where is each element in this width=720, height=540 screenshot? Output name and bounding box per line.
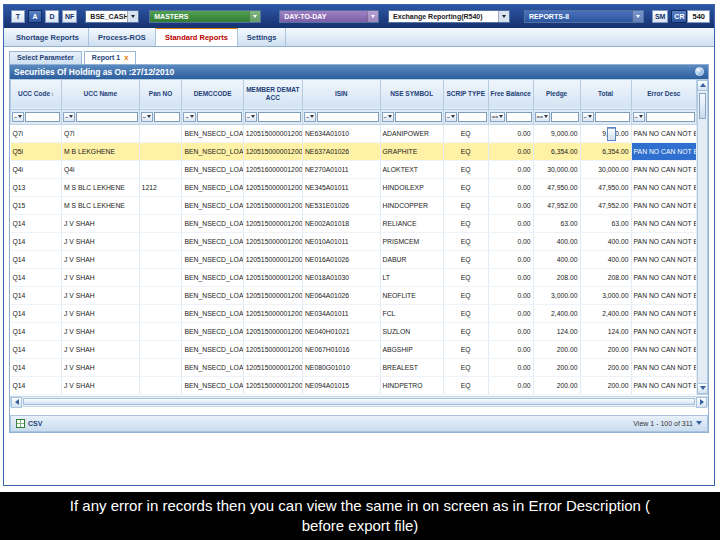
grid-cell[interactable] — [139, 250, 182, 268]
grid-cell[interactable]: NE016A01026 — [302, 250, 380, 268]
column-header[interactable]: Total — [580, 79, 631, 109]
grid-cell[interactable]: EQ — [443, 304, 488, 322]
grid-cell[interactable]: 1205150000012000 — [243, 142, 302, 160]
grid-cell[interactable]: Q14 — [11, 340, 62, 358]
grid-cell[interactable]: 3,000.00 — [533, 286, 580, 304]
grid-cell[interactable]: 124.00 — [580, 322, 631, 340]
grid-cell[interactable]: NE270A01011 — [302, 160, 380, 178]
grid-cell[interactable]: EQ — [443, 160, 488, 178]
grid-cell[interactable] — [139, 304, 182, 322]
grid-cell[interactable]: EQ — [443, 250, 488, 268]
grid-cell[interactable]: 1205150000012000 — [243, 340, 302, 358]
table-row[interactable]: Q14J V SHAHBEN_NSECD_LOAN120515000001200… — [11, 286, 697, 304]
grid-cell[interactable]: 3,000.00 — [580, 286, 631, 304]
grid-cell[interactable]: 400.00 — [533, 232, 580, 250]
grid-cell[interactable]: 1212 — [139, 178, 182, 196]
grid-cell[interactable]: 1205150000012000 — [243, 376, 302, 394]
grid-cell[interactable]: 0.00 — [488, 286, 533, 304]
grid-cell[interactable]: NE637A01026 — [302, 142, 380, 160]
grid-cell[interactable]: PAN NO CAN NOT BLANK — [631, 268, 696, 286]
filter-operator[interactable]: ~ — [304, 112, 316, 122]
filter-input[interactable] — [154, 112, 181, 122]
scroll-down-icon[interactable] — [697, 383, 708, 394]
table-row[interactable]: Q14J V SHAHBEN_NSECD_LOAN120515000001200… — [11, 250, 697, 268]
grid-cell[interactable]: 1205150000012000 — [243, 196, 302, 214]
grid-cell[interactable]: 1205150000012000 — [243, 124, 302, 142]
grid-cell[interactable] — [139, 268, 182, 286]
grid-cell[interactable]: NE040H01021 — [302, 322, 380, 340]
grid-cell[interactable]: PAN NO CAN NOT BLANK — [631, 358, 696, 376]
table-row[interactable]: Q14J V SHAHBEN_NSECD_LOAN120515000001200… — [11, 304, 697, 322]
grid-cell[interactable]: EQ — [443, 268, 488, 286]
grid-cell[interactable]: BEN_NSECD_LOAN — [182, 250, 243, 268]
grid-cell[interactable]: PAN NO CAN NOT BLANK — [631, 322, 696, 340]
vertical-scrollbar[interactable] — [697, 79, 708, 395]
column-header[interactable]: UCC Code↕ — [11, 79, 62, 109]
grid-cell[interactable]: NE002A01018 — [302, 214, 380, 232]
grid-cell[interactable]: BEN_NSECD_LOAN — [182, 340, 243, 358]
toolbar-button-a[interactable]: A — [28, 10, 42, 23]
filter-operator[interactable]: ~ — [183, 112, 195, 122]
grid-cell[interactable]: M S BLC LEKHENE — [62, 178, 140, 196]
grid-cell[interactable]: 400.00 — [580, 232, 631, 250]
grid-cell[interactable] — [139, 214, 182, 232]
scroll-right-icon[interactable] — [696, 397, 707, 408]
grid-cell[interactable]: PRISMCEM — [380, 232, 443, 250]
grid-cell[interactable]: 1205150000012000 — [243, 178, 302, 196]
scroll-up-icon[interactable] — [697, 80, 708, 91]
table-row[interactable]: Q14J V SHAHBEN_NSECD_LOAN120515000001200… — [11, 322, 697, 340]
grid-cell[interactable]: BEN_NSECD_LOAN — [182, 124, 243, 142]
grid-cell[interactable]: NE034A01011 — [302, 304, 380, 322]
close-icon[interactable]: x — [124, 54, 128, 62]
grid-cell[interactable]: BEN_NSECD_LOAN — [182, 142, 243, 160]
grid-cell[interactable]: J V SHAH — [62, 286, 140, 304]
grid-cell[interactable]: PAN NO CAN NOT BLANK — [631, 250, 696, 268]
table-row[interactable]: Q4iQ4iBEN_NSECD_LOAN1205160000012000NE27… — [11, 160, 697, 178]
grid-cell[interactable]: M S BLC LEKHENE — [62, 196, 140, 214]
reports-ii-dropdown[interactable]: REPORTS-II — [524, 10, 644, 23]
filter-operator[interactable]: ~ — [63, 112, 75, 122]
grid-cell[interactable]: BEN_NSECD_LOAN — [182, 214, 243, 232]
grid-cell[interactable]: 9,000.00 — [533, 124, 580, 142]
column-header[interactable]: DEMCCODE — [182, 79, 243, 109]
column-header[interactable]: Pledge — [533, 79, 580, 109]
filter-input[interactable] — [458, 112, 487, 122]
grid-cell[interactable]: 200.00 — [580, 340, 631, 358]
grid-cell[interactable]: 1205150000012000 — [243, 304, 302, 322]
grid-cell[interactable]: J V SHAH — [62, 358, 140, 376]
table-row[interactable]: Q14J V SHAHBEN_NSECD_LOAN120515000001200… — [11, 214, 697, 232]
grid-cell[interactable]: 0.00 — [488, 232, 533, 250]
filter-operator[interactable]: ~ — [382, 112, 394, 122]
filter-input[interactable] — [595, 112, 630, 122]
grid-cell[interactable]: LT — [380, 268, 443, 286]
grid-cell[interactable]: 2,400.00 — [533, 304, 580, 322]
grid-cell[interactable] — [139, 340, 182, 358]
grid-cell[interactable]: NE634A01010 — [302, 124, 380, 142]
grid-cell[interactable]: 1205150000012000 — [243, 214, 302, 232]
table-row[interactable]: Q14J V SHAHBEN_NSECD_LOAN120515000001200… — [11, 268, 697, 286]
exchange-reporting-dropdown[interactable]: Exchange Reporting(R540) — [388, 10, 510, 23]
masters-dropdown[interactable]: MASTERS — [149, 10, 261, 23]
filter-input[interactable] — [258, 112, 301, 122]
grid-cell[interactable] — [139, 286, 182, 304]
day-to-day-dropdown[interactable]: DAY-TO-DAY — [279, 10, 379, 23]
grid-cell[interactable]: J V SHAH — [62, 250, 140, 268]
column-header[interactable]: MEMBER DEMAT ACC — [243, 79, 302, 109]
tab-process-ros[interactable]: Process-ROS — [89, 28, 156, 46]
pagination-dropdown-icon[interactable] — [696, 421, 702, 425]
filter-operator[interactable]: ~ — [633, 112, 645, 122]
grid-cell[interactable]: ADANIPOWER — [380, 124, 443, 142]
grid-cell[interactable]: RELIANCE — [380, 214, 443, 232]
tab-settings[interactable]: Settings — [238, 28, 287, 46]
tab-shortage-reports[interactable]: Shortage Reports — [7, 28, 89, 46]
grid-cell[interactable]: NE345A01011 — [302, 178, 380, 196]
grid-cell[interactable]: EQ — [443, 376, 488, 394]
grid-cell[interactable]: 1205150000012000 — [243, 250, 302, 268]
grid-cell[interactable]: 6,354.00 — [533, 142, 580, 160]
grid-cell[interactable]: NE010A01011 — [302, 232, 380, 250]
filter-input[interactable] — [646, 112, 695, 122]
grid-cell[interactable]: 1205150000012000 — [243, 232, 302, 250]
table-row[interactable]: Q7iQ7iBEN_NSECD_LOAN1205150000012000NE63… — [11, 124, 697, 142]
grid-cell[interactable]: Q14 — [11, 376, 62, 394]
grid-cell[interactable] — [139, 196, 182, 214]
